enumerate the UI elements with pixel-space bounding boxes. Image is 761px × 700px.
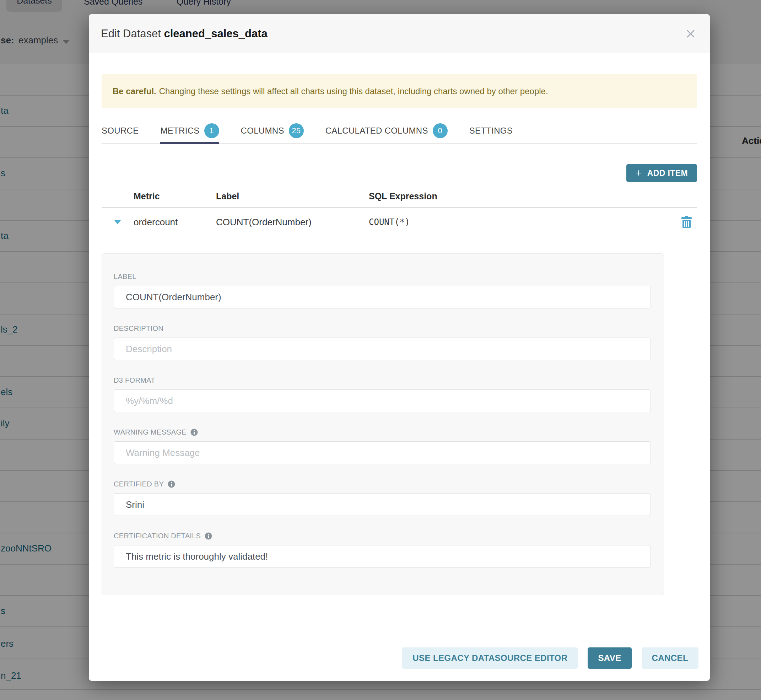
tab-source[interactable]: SOURCE: [102, 118, 139, 143]
certification-details-input[interactable]: [114, 545, 651, 568]
column-header-label: Label: [216, 191, 369, 202]
metrics-table-header: Metric Label SQL Expression: [102, 191, 697, 208]
add-item-button[interactable]: + ADD ITEM: [627, 164, 697, 182]
label-field: LABEL: [114, 272, 651, 308]
modal-body: Be careful.Changing these settings will …: [89, 53, 710, 647]
trash-icon: [681, 216, 692, 228]
field-label-text: D3 FORMAT: [114, 376, 155, 384]
warning-message-field: WARNING MESSAGE: [114, 428, 651, 464]
delete-metric-button[interactable]: [676, 216, 697, 228]
close-icon: [684, 28, 697, 40]
d3-format-input[interactable]: [114, 389, 651, 412]
certified-by-input[interactable]: [114, 493, 651, 516]
add-item-label: ADD ITEM: [647, 169, 688, 178]
plus-icon: +: [636, 168, 642, 178]
cancel-button[interactable]: CANCEL: [642, 647, 698, 669]
tab-calculated-columns[interactable]: CALCULATED COLUMNS 0: [325, 118, 448, 143]
metric-detail-panel: LABEL DESCRIPTION D3 FORMAT WARNING MESS…: [102, 253, 664, 595]
tab-columns[interactable]: COLUMNS 25: [241, 118, 304, 143]
certification-details-field: CERTIFICATION DETAILS: [114, 531, 651, 568]
use-legacy-datasource-editor-button[interactable]: USE LEGACY DATASOURCE EDITOR: [402, 647, 578, 669]
caret-down-icon: [114, 220, 121, 224]
label-input[interactable]: [114, 286, 651, 308]
warning-bold-text: Be careful.: [113, 86, 156, 96]
save-button[interactable]: SAVE: [588, 647, 631, 669]
field-label-text: DESCRIPTION: [114, 324, 163, 333]
info-icon: [168, 480, 175, 488]
expand-collapse-control[interactable]: [102, 220, 134, 224]
metric-row: ordercount COUNT(OrderNumber) COUNT(*): [102, 208, 697, 238]
tab-metrics[interactable]: METRICS 1: [160, 118, 219, 143]
metric-label: COUNT(OrderNumber): [216, 217, 369, 228]
tab-label: COLUMNS: [241, 126, 284, 136]
field-label-text: WARNING MESSAGE: [114, 428, 186, 436]
add-item-row: + ADD ITEM: [102, 164, 697, 182]
label-field-label: LABEL: [114, 272, 651, 281]
info-icon: [191, 428, 198, 436]
field-label-text: LABEL: [114, 272, 136, 281]
close-button[interactable]: [683, 26, 698, 42]
tab-label: SOURCE: [102, 126, 139, 136]
metric-name: ordercount: [134, 217, 216, 228]
dataset-name: cleaned_sales_data: [164, 27, 267, 40]
warning-message-field-label: WARNING MESSAGE: [114, 428, 651, 436]
modal-header: Edit Dataset cleaned_sales_data: [89, 14, 710, 53]
certification-details-field-label: CERTIFICATION DETAILS: [114, 531, 651, 540]
calculated-columns-count-badge: 0: [433, 123, 448, 138]
modal-title: Edit Dataset cleaned_sales_data: [101, 27, 267, 40]
column-header-metric: Metric: [134, 191, 216, 202]
field-label-text: CERTIFICATION DETAILS: [114, 531, 201, 540]
modal-tabs: SOURCE METRICS 1 COLUMNS 25 CALCULATED C…: [102, 118, 697, 144]
d3-format-field-label: D3 FORMAT: [114, 376, 651, 384]
metrics-table: Metric Label SQL Expression ordercount C…: [102, 191, 697, 238]
warning-message-input[interactable]: [114, 441, 651, 464]
tab-label: CALCULATED COLUMNS: [325, 126, 428, 136]
metrics-count-badge: 1: [204, 123, 219, 138]
modal-footer: USE LEGACY DATASOURCE EDITOR SAVE CANCEL: [89, 647, 710, 681]
metric-sql-expression: COUNT(*): [369, 217, 676, 227]
tab-label: SETTINGS: [469, 126, 513, 136]
tab-label: METRICS: [160, 126, 199, 136]
column-header-sql-expression: SQL Expression: [369, 191, 676, 202]
description-input[interactable]: [114, 338, 651, 360]
d3-format-field: D3 FORMAT: [114, 376, 651, 412]
modal-title-prefix: Edit Dataset: [101, 27, 164, 40]
columns-count-badge: 25: [289, 123, 304, 138]
field-label-text: CERTIFIED BY: [114, 480, 164, 488]
tab-settings[interactable]: SETTINGS: [469, 118, 513, 143]
edit-dataset-modal: Edit Dataset cleaned_sales_data Be caref…: [89, 14, 710, 681]
description-field-label: DESCRIPTION: [114, 324, 651, 333]
certified-by-field: CERTIFIED BY: [114, 480, 651, 516]
info-icon: [205, 532, 212, 540]
description-field: DESCRIPTION: [114, 324, 651, 360]
certified-by-field-label: CERTIFIED BY: [114, 480, 651, 488]
warning-text: Changing these settings will affect all …: [159, 86, 548, 96]
warning-banner: Be careful.Changing these settings will …: [102, 74, 697, 108]
